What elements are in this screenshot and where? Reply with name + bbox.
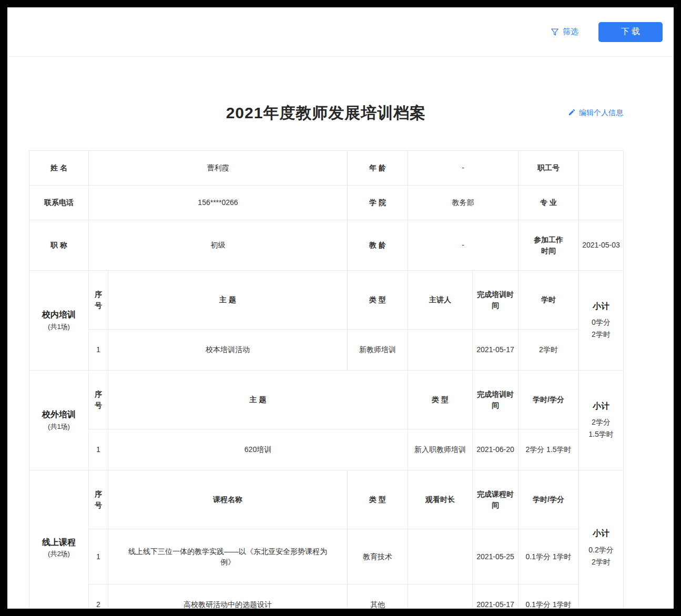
edit-profile-link[interactable]: 编辑个人信息: [568, 108, 623, 118]
subtotal-credit: 2学分: [582, 416, 620, 428]
page: 筛选 下 载 2021年度教师发展培训档案 编辑个人信息 姓 名 曹利霞 年 龄: [7, 7, 674, 609]
section-count: (共1场): [33, 322, 85, 332]
online-subtotal-cell: 小计 0.2学分 2学时: [579, 470, 624, 609]
page-title: 2021年度教师发展培训档案: [29, 103, 623, 123]
column-header-hours: 学时: [519, 271, 579, 330]
campus-section-label: 校内培训 (共1场): [29, 271, 89, 371]
training-archive-table: 姓 名 曹利霞 年 龄 - 职工号 联系电话 156****0266 学 院 教…: [29, 150, 624, 609]
work-start-label: 参加工作时间: [519, 220, 579, 271]
name-label: 姓 名: [29, 151, 89, 186]
column-header-topic: 主 题: [108, 271, 348, 330]
personal-row: 职 称 初级 教 龄 - 参加工作时间 2021-05-03: [29, 220, 624, 271]
online-data-row: 1 线上线下三位一体的教学实践——以《东北亚安全形势课程为例》 教育技术 202…: [29, 529, 624, 584]
column-header-watch-time: 观看时长: [408, 470, 473, 529]
filter-icon: [551, 28, 559, 36]
download-label: 下 载: [621, 26, 640, 37]
cell-index: 2: [89, 584, 108, 609]
cell-index: 1: [89, 529, 108, 584]
personal-row: 姓 名 曹利霞 年 龄 - 职工号: [29, 151, 624, 186]
major-label: 专 业: [519, 186, 579, 220]
subtotal-hours: 1.5学时: [582, 428, 620, 440]
cell-type: 新入职教师培训: [408, 429, 473, 470]
column-header-finish-time: 完成课程时间: [473, 470, 519, 529]
section-name: 校外培训: [33, 408, 85, 420]
section-count: (共2场): [33, 549, 85, 559]
college-label: 学 院: [348, 186, 408, 220]
cell-hours: 0.1学分 1学时: [519, 584, 579, 609]
cell-finish-time: 2021-05-25: [473, 529, 519, 584]
campus-header-row: 校内培训 (共1场) 序号 主 题 类 型 主讲人 完成培训时间 学时 小计 0…: [29, 271, 624, 330]
cell-type: 其他: [348, 584, 408, 609]
phone-value: 156****0266: [89, 186, 348, 220]
cell-watch-time: [408, 529, 473, 584]
online-data-row: 2 高校教研活动中的选题设计 其他 2021-05-17 0.1学分 1学时: [29, 584, 624, 609]
cell-finish-time: 2021-05-17: [473, 584, 519, 609]
cell-speaker: [408, 330, 473, 371]
age-value: -: [408, 151, 519, 186]
subtotal-label: 小计: [582, 300, 620, 312]
cell-finish-time: 2021-05-17: [473, 330, 519, 371]
major-value: [579, 186, 624, 220]
cell-topic: 620培训: [108, 429, 408, 470]
cell-hours: 2学时: [519, 330, 579, 371]
column-header-finish-time: 完成培训时间: [473, 371, 519, 429]
column-header-course: 课程名称: [108, 470, 348, 529]
column-header-hours-credit: 学时/学分: [519, 470, 579, 529]
toolbar: 筛选 下 载: [7, 7, 674, 57]
subtotal-credit: 0.2学分: [582, 544, 620, 556]
download-button[interactable]: 下 载: [598, 22, 663, 42]
column-header-hours-credit: 学时/学分: [519, 371, 579, 429]
cell-finish-time: 2021-06-20: [473, 429, 519, 470]
name-value: 曹利霞: [89, 151, 348, 186]
cell-type: 新教师培训: [348, 330, 408, 371]
column-header-speaker: 主讲人: [408, 271, 473, 330]
subtotal-hours: 2学时: [582, 556, 620, 568]
college-value: 教务部: [408, 186, 519, 220]
edit-label: 编辑个人信息: [579, 108, 623, 118]
column-header-index: 序号: [89, 271, 108, 330]
subtotal-hours: 2学时: [582, 328, 620, 341]
age-label: 年 龄: [348, 151, 408, 186]
title-value: 初级: [89, 220, 348, 271]
column-header-index: 序号: [89, 470, 108, 529]
online-section-label: 线上课程 (共2场): [29, 470, 89, 609]
cell-index: 1: [89, 330, 108, 371]
section-name: 线上课程: [33, 536, 85, 548]
title-label: 职 称: [29, 220, 89, 271]
column-header-topic: 主 题: [108, 371, 408, 429]
teaching-age-label: 教 龄: [348, 220, 408, 271]
cell-type: 教育技术: [348, 529, 408, 584]
subtotal-credit: 0学分: [582, 316, 620, 328]
subtotal-label: 小计: [582, 527, 620, 539]
cell-hours: 2学分 1.5学时: [519, 429, 579, 470]
cell-hours: 0.1学分 1学时: [519, 529, 579, 584]
doc-header: 2021年度教师发展培训档案 编辑个人信息: [29, 103, 623, 123]
campus-data-row: 1 校本培训活动 新教师培训 2021-05-17 2学时: [29, 330, 624, 371]
edit-icon: [568, 108, 576, 118]
column-header-index: 序号: [89, 371, 108, 429]
offcampus-section-label: 校外培训 (共1场): [29, 371, 89, 470]
cell-course: 高校教研活动中的选题设计: [108, 584, 348, 609]
online-header-row: 线上课程 (共2场) 序号 课程名称 类 型 观看时长 完成课程时间 学时/学分…: [29, 470, 624, 529]
column-header-type: 类 型: [348, 470, 408, 529]
section-name: 校内培训: [33, 309, 85, 321]
cell-watch-time: [408, 584, 473, 609]
cell-topic: 校本培训活动: [108, 330, 348, 371]
teaching-age-value: -: [408, 220, 519, 271]
personal-row: 联系电话 156****0266 学 院 教务部 专 业: [29, 186, 624, 220]
staff-id-value: [579, 151, 624, 186]
column-header-type: 类 型: [408, 371, 473, 429]
filter-label: 筛选: [563, 27, 578, 37]
filter-button[interactable]: 筛选: [551, 27, 578, 37]
staff-id-label: 职工号: [519, 151, 579, 186]
work-start-value: 2021-05-03: [579, 220, 624, 271]
column-header-finish-time: 完成培训时间: [473, 271, 519, 330]
campus-subtotal-cell: 小计 0学分 2学时: [579, 271, 624, 371]
cell-course: 线上线下三位一体的教学实践——以《东北亚安全形势课程为例》: [108, 529, 348, 584]
subtotal-label: 小计: [582, 400, 620, 412]
cell-index: 1: [89, 429, 108, 470]
section-count: (共1场): [33, 422, 85, 432]
offcampus-subtotal-cell: 小计 2学分 1.5学时: [579, 371, 624, 470]
offcampus-data-row: 1 620培训 新入职教师培训 2021-06-20 2学分 1.5学时: [29, 429, 624, 470]
phone-label: 联系电话: [29, 186, 89, 220]
